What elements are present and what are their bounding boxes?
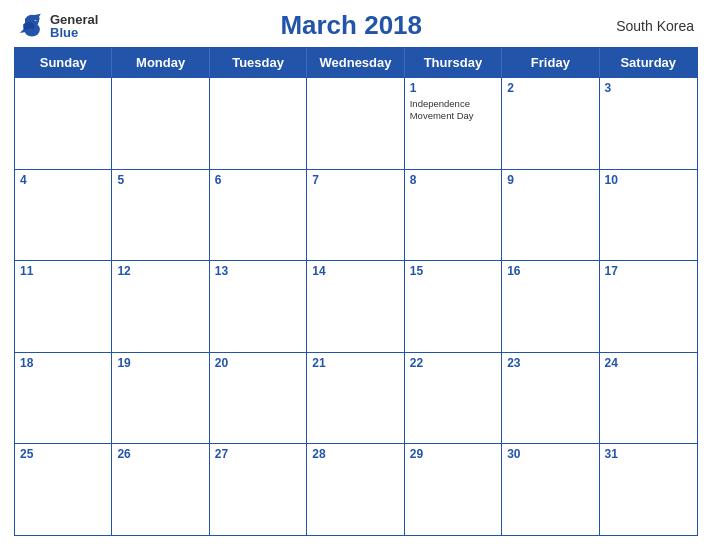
day-cell: 5 xyxy=(112,170,209,261)
weeks-container: 1Independence Movement Day23456789101112… xyxy=(15,77,697,535)
day-cell: 26 xyxy=(112,444,209,535)
day-cell: 28 xyxy=(307,444,404,535)
day-cell: 7 xyxy=(307,170,404,261)
week-row-3: 11121314151617 xyxy=(15,260,697,352)
day-cell: 20 xyxy=(210,353,307,444)
day-cell: 25 xyxy=(15,444,112,535)
day-cell xyxy=(112,78,209,169)
day-number: 25 xyxy=(20,447,106,463)
day-header-sunday: Sunday xyxy=(15,48,112,77)
day-number: 3 xyxy=(605,81,692,97)
day-cell: 1Independence Movement Day xyxy=(405,78,502,169)
day-number: 31 xyxy=(605,447,692,463)
week-row-5: 25262728293031 xyxy=(15,443,697,535)
day-number: 27 xyxy=(215,447,301,463)
day-number: 12 xyxy=(117,264,203,280)
day-cell: 31 xyxy=(600,444,697,535)
day-number: 19 xyxy=(117,356,203,372)
day-number: 20 xyxy=(215,356,301,372)
day-number: 21 xyxy=(312,356,398,372)
day-number: 16 xyxy=(507,264,593,280)
day-number: 7 xyxy=(312,173,398,189)
day-cell: 11 xyxy=(15,261,112,352)
day-event: Independence Movement Day xyxy=(410,98,496,123)
day-cell xyxy=(210,78,307,169)
day-cell: 29 xyxy=(405,444,502,535)
day-number: 15 xyxy=(410,264,496,280)
day-cell: 24 xyxy=(600,353,697,444)
day-number: 18 xyxy=(20,356,106,372)
day-cell: 2 xyxy=(502,78,599,169)
day-number: 28 xyxy=(312,447,398,463)
logo-bird-icon xyxy=(18,12,46,40)
day-number: 30 xyxy=(507,447,593,463)
day-number: 11 xyxy=(20,264,106,280)
header: General Blue March 2018 South Korea xyxy=(0,0,712,47)
day-number: 26 xyxy=(117,447,203,463)
calendar-title: March 2018 xyxy=(98,10,604,41)
day-header-thursday: Thursday xyxy=(405,48,502,77)
logo-general: General xyxy=(50,13,98,26)
day-cell: 21 xyxy=(307,353,404,444)
logo: General Blue xyxy=(18,12,98,40)
day-cell: 22 xyxy=(405,353,502,444)
day-cell: 19 xyxy=(112,353,209,444)
day-number: 14 xyxy=(312,264,398,280)
day-header-monday: Monday xyxy=(112,48,209,77)
day-cell: 16 xyxy=(502,261,599,352)
day-number: 6 xyxy=(215,173,301,189)
day-number: 1 xyxy=(410,81,496,97)
day-cell: 18 xyxy=(15,353,112,444)
day-cell: 27 xyxy=(210,444,307,535)
day-cell xyxy=(307,78,404,169)
country-label: South Korea xyxy=(604,18,694,34)
day-number: 13 xyxy=(215,264,301,280)
day-number: 10 xyxy=(605,173,692,189)
day-number: 2 xyxy=(507,81,593,97)
day-header-tuesday: Tuesday xyxy=(210,48,307,77)
calendar-page: General Blue March 2018 South Korea Sund… xyxy=(0,0,712,550)
day-number: 24 xyxy=(605,356,692,372)
logo-blue: Blue xyxy=(50,26,98,39)
day-cell: 8 xyxy=(405,170,502,261)
day-cell: 4 xyxy=(15,170,112,261)
day-cell: 6 xyxy=(210,170,307,261)
day-number: 17 xyxy=(605,264,692,280)
day-cell: 13 xyxy=(210,261,307,352)
calendar-grid: SundayMondayTuesdayWednesdayThursdayFrid… xyxy=(14,47,698,536)
day-cell: 30 xyxy=(502,444,599,535)
day-cell: 23 xyxy=(502,353,599,444)
day-number: 29 xyxy=(410,447,496,463)
week-row-4: 18192021222324 xyxy=(15,352,697,444)
day-header-saturday: Saturday xyxy=(600,48,697,77)
day-number: 4 xyxy=(20,173,106,189)
week-row-1: 1Independence Movement Day23 xyxy=(15,77,697,169)
day-number: 9 xyxy=(507,173,593,189)
day-cell: 12 xyxy=(112,261,209,352)
day-number: 8 xyxy=(410,173,496,189)
day-cell: 17 xyxy=(600,261,697,352)
day-cell: 3 xyxy=(600,78,697,169)
day-headers-row: SundayMondayTuesdayWednesdayThursdayFrid… xyxy=(15,48,697,77)
day-cell xyxy=(15,78,112,169)
day-header-friday: Friday xyxy=(502,48,599,77)
day-number: 5 xyxy=(117,173,203,189)
day-cell: 14 xyxy=(307,261,404,352)
day-cell: 10 xyxy=(600,170,697,261)
week-row-2: 45678910 xyxy=(15,169,697,261)
day-number: 23 xyxy=(507,356,593,372)
day-number: 22 xyxy=(410,356,496,372)
day-header-wednesday: Wednesday xyxy=(307,48,404,77)
day-cell: 9 xyxy=(502,170,599,261)
logo-text: General Blue xyxy=(50,13,98,39)
day-cell: 15 xyxy=(405,261,502,352)
